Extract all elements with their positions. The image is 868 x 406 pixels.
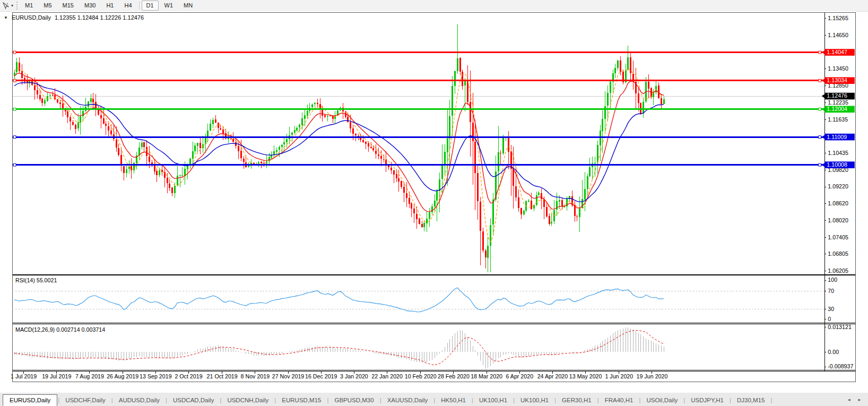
- date-label: 1 Jul 2019: [11, 373, 37, 379]
- date-label: 7 Aug 2019: [75, 373, 104, 379]
- price-level-badge: 1.10008: [822, 161, 855, 168]
- macd-label: MACD(12,26,9) 0.002714 0.003714: [15, 326, 105, 333]
- date-label: 13 May 2020: [569, 373, 602, 379]
- tab-GBPUSD-M30[interactable]: GBPUSD,M30: [329, 395, 379, 406]
- macd-axis-label: 0.00: [828, 349, 839, 355]
- macd-axis-label: 0.013121: [828, 324, 852, 330]
- top-toolbar: ▾ M1M5M15M30H1H4D1W1MN: [0, 0, 868, 12]
- tab-XAUUSD-Daily[interactable]: XAUUSD,Daily: [382, 395, 433, 406]
- svg-text:1.12004: 1.12004: [827, 106, 847, 112]
- tab-USOil-Daily[interactable]: USOil,Daily: [641, 395, 683, 406]
- price-tick-label: 1.08620: [828, 200, 848, 206]
- rsi-label: RSI(14) 55.0021: [15, 277, 57, 283]
- tab-separator: |: [770, 397, 772, 406]
- price-tick-label: 1.07405: [828, 234, 848, 240]
- price-tick-label: 1.06205: [828, 267, 848, 274]
- date-label: 2 Oct 2019: [175, 373, 202, 379]
- price-level-badge: 1.11009: [822, 134, 855, 141]
- tab-scroll-right-icon[interactable]: ►: [857, 398, 862, 402]
- tab-USDCAD-Daily[interactable]: USDCAD,Daily: [168, 395, 219, 406]
- tab-scroll-arrows: ◄ ►: [847, 398, 862, 406]
- price-tick-label: 1.10435: [828, 150, 848, 156]
- chart-tab-bar: EURUSD,Daily|USDCHF,Daily|AUDUSD,Daily|U…: [0, 393, 868, 406]
- svg-text:1.11009: 1.11009: [827, 134, 847, 140]
- date-label: 21 Oct 2019: [207, 373, 238, 379]
- timeframe-button-M5[interactable]: M5: [39, 1, 56, 11]
- timeframe-button-M30[interactable]: M30: [80, 1, 100, 11]
- current-price-badge: 1.12476: [822, 92, 855, 99]
- date-label: 27 Nov 2019: [272, 373, 305, 379]
- timeframe-button-H4[interactable]: H4: [119, 1, 136, 11]
- tab-EURUSD-M15[interactable]: EURUSD,M15: [276, 395, 326, 406]
- toolbar-grip[interactable]: [16, 2, 18, 10]
- rsi-axis-label: 70: [828, 288, 834, 294]
- date-label: 1 Jun 2020: [605, 373, 633, 379]
- price-level-badge: 1.13034: [822, 77, 855, 84]
- timeframe-button-group: M1M5M15M30H1H4D1W1MN: [20, 1, 198, 11]
- price-tick-label: 1.13450: [828, 65, 848, 72]
- chart-collapse-icon[interactable]: ▼: [4, 15, 8, 20]
- price-tick-label: 1.15265: [828, 15, 848, 21]
- tab-GER30-H1[interactable]: GER30,H1: [557, 395, 597, 406]
- chart-ohlc-values: 1.12355 1.12484 1.12226 1.12476: [55, 14, 144, 21]
- price-level-badge: 1.12004: [822, 106, 855, 113]
- timeframe-button-D1[interactable]: D1: [142, 1, 159, 11]
- price-tick-label: 1.11635: [828, 116, 848, 123]
- cursor-tool-glyph: [2, 2, 10, 10]
- svg-text:1.10008: 1.10008: [827, 161, 847, 168]
- tab-USDCNH-Daily[interactable]: USDCNH,Daily: [222, 395, 274, 406]
- chart-title: ▼ EURUSD,Daily 1.12355 1.12484 1.12226 1…: [4, 14, 144, 21]
- price-tick-label: 1.06805: [828, 250, 848, 257]
- svg-text:1.14047: 1.14047: [827, 49, 847, 55]
- price-tick-label: 1.09220: [828, 183, 848, 189]
- date-label: 16 Dec 2019: [305, 373, 337, 379]
- date-label: 28 Feb 2020: [438, 373, 470, 379]
- chart-symbol-label: EURUSD,Daily: [12, 14, 51, 21]
- tab-AUDUSD-Daily[interactable]: AUDUSD,Daily: [114, 395, 165, 406]
- date-label: 3 Jan 2020: [340, 373, 368, 379]
- rsi-axis-label: 30: [828, 306, 834, 312]
- price-tick-label: 1.08020: [828, 217, 848, 223]
- tab-UK100-H1[interactable]: UK100,H1: [515, 395, 554, 406]
- tab-FRA40-H1[interactable]: FRA40,H1: [600, 395, 639, 406]
- tab-scroll-left-icon[interactable]: ◄: [847, 398, 851, 402]
- price-tick-label: 1.12235: [828, 99, 848, 106]
- tool-dropdown-caret-icon[interactable]: ▾: [11, 3, 13, 8]
- date-label: 6 Apr 2020: [506, 373, 533, 379]
- price-level-badge: 1.14047: [822, 49, 855, 56]
- date-label: 13 Sep 2019: [140, 373, 172, 379]
- timeframe-button-MN[interactable]: MN: [179, 1, 197, 11]
- toolbar-separator: [139, 2, 140, 10]
- price-chart[interactable]: 1.152651.146501.134501.128501.122351.116…: [0, 11, 868, 393]
- timeframe-button-M1[interactable]: M1: [20, 1, 38, 11]
- cursor-tool-icon[interactable]: [1, 2, 11, 10]
- tab-EURUSD-Daily[interactable]: EURUSD,Daily: [3, 394, 57, 406]
- date-label: 19 Jul 2019: [42, 373, 71, 379]
- date-label: 19 Jun 2020: [637, 373, 668, 379]
- date-label: 22 Jan 2020: [371, 373, 403, 379]
- macd-axis-label: -0.008937: [828, 363, 853, 369]
- rsi-axis-label: 0: [828, 316, 831, 322]
- date-label: 24 Apr 2020: [537, 373, 568, 379]
- tab-USDCHF-Daily[interactable]: USDCHF,Daily: [60, 395, 110, 406]
- date-label: 18 Mar 2020: [471, 373, 502, 379]
- tab-DJ30-M15[interactable]: DJ30,M15: [732, 395, 770, 406]
- timeframe-button-M15[interactable]: M15: [58, 1, 79, 11]
- tab-HK50-H1[interactable]: HK50,H1: [436, 395, 471, 406]
- date-label: 26 Aug 2019: [107, 373, 138, 379]
- chart-tabs: EURUSD,Daily|USDCHF,Daily|AUDUSD,Daily|U…: [0, 394, 772, 406]
- svg-text:1.12476: 1.12476: [827, 92, 847, 99]
- rsi-axis-label: 100: [828, 277, 837, 283]
- svg-text:1.13034: 1.13034: [827, 77, 847, 83]
- tab-USDJPY-H1[interactable]: USDJPY,H1: [685, 395, 729, 406]
- timeframe-button-H1[interactable]: H1: [101, 1, 118, 11]
- price-tick-label: 1.14650: [828, 32, 848, 38]
- timeframe-button-W1[interactable]: W1: [160, 1, 178, 11]
- tab-UK100-H1[interactable]: UK100,H1: [474, 395, 513, 406]
- date-label: 8 Nov 2019: [241, 373, 270, 379]
- date-label: 10 Feb 2020: [405, 373, 437, 379]
